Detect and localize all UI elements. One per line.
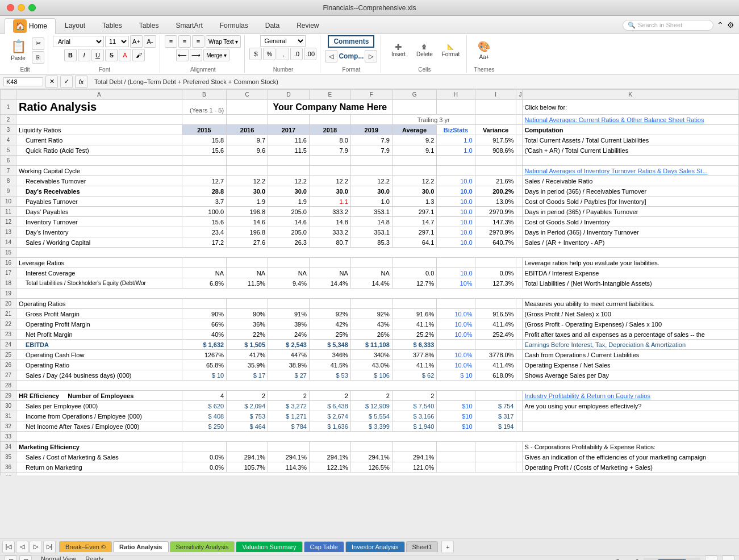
cell-c8[interactable]: 12.2 [227, 176, 268, 186]
cell-k7-link[interactable]: National Averages of Inventory Turnover … [522, 166, 738, 176]
cell-c25[interactable]: 417% [227, 350, 268, 360]
cell-e8[interactable]: 12.2 [309, 176, 350, 186]
cell-g14[interactable]: 64.1 [392, 237, 437, 248]
cell-a18[interactable]: Total Liabilities / Stockholder's Equity… [16, 278, 182, 289]
cell-b4[interactable]: 15.8 [182, 135, 227, 145]
cell-e21[interactable]: 92% [309, 309, 350, 319]
cell-i31[interactable]: $ 317 [475, 411, 516, 421]
cell-e2[interactable] [309, 115, 350, 125]
cell-f5[interactable]: 7.9 [350, 145, 392, 156]
cell-g25[interactable]: 377.8% [392, 350, 437, 360]
cell-i17[interactable]: 0.0% [475, 268, 516, 278]
cell-a16[interactable]: Leverage Ratios [16, 258, 182, 268]
cell-g8[interactable]: 12.2 [392, 176, 437, 186]
cell-b17[interactable]: NA [182, 268, 227, 278]
collapse-icon[interactable]: ⌃ [717, 20, 724, 30]
cell-h23[interactable]: 10.0% [437, 329, 475, 340]
cell-c27[interactable]: $ 17 [227, 370, 268, 381]
maximize-button[interactable] [28, 4, 36, 11]
cell-d12[interactable]: 14.6 [268, 217, 310, 227]
cell-b23[interactable]: 40% [182, 329, 227, 340]
cell-b35[interactable]: 0.0% [182, 452, 227, 462]
cell-c23[interactable]: 22% [227, 329, 268, 340]
cell-c24[interactable]: $ 1,505 [227, 340, 268, 350]
cell-f11[interactable]: 353.1 [350, 207, 392, 217]
zoom-in-btn[interactable]: + [722, 555, 734, 561]
cell-d29[interactable]: 2 [268, 391, 310, 401]
cell-a23[interactable]: Net Profit Margin [16, 329, 182, 340]
cell-a30[interactable]: Sales per Employee (000) [16, 401, 182, 411]
cell-i26[interactable]: 411.4% [475, 360, 516, 370]
align-right-btn[interactable]: ≡ [192, 35, 204, 48]
cell-e10[interactable]: 1.1 [309, 197, 350, 207]
cell-c5[interactable]: 9.6 [227, 145, 268, 156]
font-size-select[interactable]: 11 [105, 36, 129, 47]
cell-k22[interactable]: (Gross Profit - Operating Expenses) / Sa… [522, 319, 738, 329]
cell-b24[interactable]: $ 1,632 [182, 340, 227, 350]
cell-i12[interactable]: 147.3% [475, 217, 516, 227]
cell-f14[interactable]: 85.3 [350, 237, 392, 248]
cell-i30[interactable]: $ 754 [475, 401, 516, 411]
paste-button[interactable]: 📋 Paste [6, 36, 31, 65]
cell-i9[interactable]: 200.2% [475, 186, 516, 197]
page-layout-btn[interactable]: ⊡ [19, 555, 32, 561]
tab-investor[interactable]: Investor Analysis [345, 541, 405, 552]
cell-c30[interactable]: $ 2,094 [227, 401, 268, 411]
cell-c29[interactable]: 2 [227, 391, 268, 401]
add-sheet-button[interactable]: + [441, 541, 454, 553]
cell-g26[interactable]: 41.1% [392, 360, 437, 370]
tab-home[interactable]: 🏠 Home [5, 18, 56, 34]
cell-k8[interactable]: Sales / Receivable Ratio [522, 176, 738, 186]
cell-a2[interactable] [16, 115, 182, 125]
col-header-b[interactable]: B [182, 90, 227, 100]
sheet-nav-first[interactable]: |◁ [2, 541, 15, 553]
cell-h18[interactable]: 10% [437, 278, 475, 289]
cell-c26[interactable]: 35.9% [227, 360, 268, 370]
delete-button[interactable]: 🗑 Delete [412, 36, 437, 65]
themes-button[interactable]: 🎨 Aa+ [471, 36, 496, 65]
cell-h25[interactable]: 10.0% [437, 350, 475, 360]
col-header-h[interactable]: H [437, 90, 475, 100]
cell-a13[interactable]: Day's Inventory [16, 227, 182, 237]
cell-e36[interactable]: 122.1% [309, 462, 350, 473]
cell-i32[interactable]: $ 194 [475, 421, 516, 432]
cell-c35[interactable]: 294.1% [227, 452, 268, 462]
cell-i18[interactable]: 127.3% [475, 278, 516, 289]
cell-i23[interactable]: 252.4% [475, 329, 516, 340]
tab-data[interactable]: Data [257, 18, 287, 34]
col-header-c[interactable]: C [227, 90, 268, 100]
cell-b14[interactable]: 17.2 [182, 237, 227, 248]
fx-button[interactable]: fx [75, 76, 87, 88]
tab-smartart[interactable]: SmartArt [168, 18, 210, 34]
cell-g35[interactable]: 294.1% [392, 452, 437, 462]
cell-k21[interactable]: (Gross Profit / Net Sales) x 100 [522, 309, 738, 319]
cell-f4[interactable]: 7.9 [350, 135, 392, 145]
cell-d8[interactable]: 12.2 [268, 176, 310, 186]
cell-g12[interactable]: 14.7 [392, 217, 437, 227]
cell-h31[interactable]: $10 [437, 411, 475, 421]
font-color-button[interactable]: A [119, 49, 131, 61]
col-header-a[interactable]: A [16, 90, 182, 100]
cell-a1[interactable]: Ratio Analysis [16, 100, 182, 115]
cell-d30[interactable]: $ 3,272 [268, 401, 310, 411]
cell-g23[interactable]: 25.2% [392, 329, 437, 340]
cell-a36[interactable]: Return on Marketing [16, 462, 182, 473]
cell-e4[interactable]: 8.0 [309, 135, 350, 145]
cell-i21[interactable]: 916.5% [475, 309, 516, 319]
cell-c14[interactable]: 27.6 [227, 237, 268, 248]
cell-a22[interactable]: Operating Profit Margin [16, 319, 182, 329]
cell-d17[interactable]: NA [268, 268, 310, 278]
cell-g22[interactable]: 41.1% [392, 319, 437, 329]
cell-b18[interactable]: 6.8% [182, 278, 227, 289]
cell-f17[interactable]: NA [350, 268, 392, 278]
italic-button[interactable]: I [78, 49, 90, 61]
close-button[interactable] [7, 4, 14, 11]
cell-f2[interactable] [350, 115, 392, 125]
cell-d11[interactable]: 205.0 [268, 207, 310, 217]
cell-e13[interactable]: 333.2 [309, 227, 350, 237]
cell-k24[interactable]: Earnings Before Interest, Tax, Depreciat… [522, 340, 738, 350]
cell-a35[interactable]: Sales / Cost of Marketing & Sales [16, 452, 182, 462]
align-left-btn[interactable]: ≡ [165, 35, 177, 48]
cell-k25[interactable]: Cash from Operations / Current Liabiliti… [522, 350, 738, 360]
cell-c13[interactable]: 196.8 [227, 227, 268, 237]
